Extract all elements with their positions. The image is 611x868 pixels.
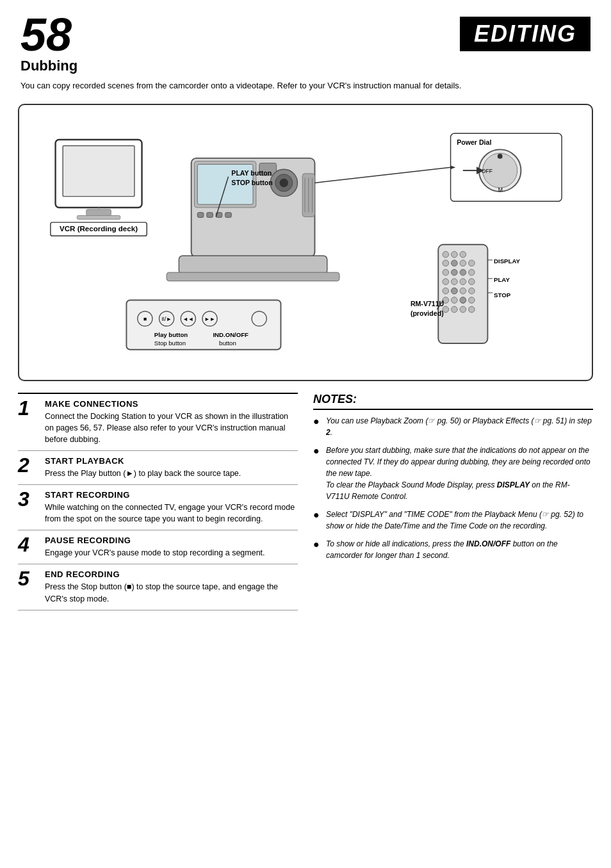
svg-rect-14: [197, 212, 204, 217]
note-item-1: ● You can use Playback Zoom (☞ pg. 50) o…: [313, 415, 593, 438]
step-number-4: 4: [18, 534, 38, 555]
step-item-3: 3 START RECORDING While watching on the …: [18, 485, 298, 530]
step-content-2: START PLAYBACK Press the Play button (►)…: [45, 456, 241, 479]
svg-rect-1: [63, 145, 134, 196]
step-content-3: START RECORDING While watching on the co…: [45, 490, 298, 525]
step-number-1: 1: [18, 398, 38, 418]
intro-text: You can copy recorded scenes from the ca…: [0, 79, 611, 92]
svg-point-43: [469, 269, 475, 275]
svg-point-40: [443, 269, 449, 275]
section-title: Dubbing: [0, 58, 611, 74]
svg-point-38: [460, 259, 466, 266]
svg-point-49: [452, 288, 458, 294]
svg-marker-87: [451, 165, 456, 169]
step-item-4: 4 PAUSE RECORDING Engage your VCR's paus…: [18, 530, 298, 564]
svg-point-37: [452, 259, 458, 266]
svg-point-28: [498, 154, 503, 159]
note-text-3: Select "DISPLAY" and "TIME CODE" from th…: [326, 509, 593, 532]
step-heading-5: END RECORDING: [45, 569, 298, 579]
svg-point-46: [460, 278, 466, 284]
svg-rect-3: [77, 215, 120, 219]
page-number: 58: [20, 12, 72, 58]
svg-text:STOP: STOP: [494, 291, 511, 298]
step-content-5: END RECORDING Press the Stop button (■) …: [45, 569, 298, 604]
svg-text:STOP button: STOP button: [231, 179, 272, 186]
svg-text:VCR (Recording deck): VCR (Recording deck): [60, 224, 138, 232]
step-heading-3: START RECORDING: [45, 490, 298, 500]
step-content-4: PAUSE RECORDING Engage your VCR's pause …: [45, 536, 265, 559]
diagram-box: VCR (Recording deck) Power Dial: [18, 104, 593, 381]
svg-point-58: [460, 306, 466, 313]
step-item-2: 2 START PLAYBACK Press the Play button (…: [18, 451, 298, 485]
svg-text:M: M: [498, 186, 503, 192]
step-text-4: Engage your VCR's pause mode to stop rec…: [45, 547, 265, 559]
svg-point-48: [443, 288, 449, 294]
step-number-2: 2: [18, 455, 38, 475]
svg-text:Stop button: Stop button: [154, 339, 186, 346]
step-number-3: 3: [18, 489, 38, 509]
svg-rect-2: [86, 209, 111, 215]
notes-column: NOTES: ● You can use Playback Zoom (☞ pg…: [313, 393, 593, 610]
svg-text:DISPLAY: DISPLAY: [494, 257, 520, 264]
diagram-svg: VCR (Recording deck) Power Dial: [31, 117, 580, 366]
step-item-1: 1 MAKE CONNECTIONS Connect the Docking S…: [18, 394, 298, 451]
step-text-3: While watching on the connected TV, enga…: [45, 502, 298, 525]
note-item-2: ● Before you start dubbing, make sure th…: [313, 445, 593, 502]
svg-point-47: [469, 278, 475, 284]
svg-point-41: [452, 269, 458, 275]
editing-badge: EDITING: [460, 17, 591, 51]
svg-point-35: [460, 251, 466, 258]
note-bullet-2: ●: [313, 445, 322, 458]
note-item-4: ● To show or hide all indications, press…: [313, 538, 593, 561]
svg-rect-17: [225, 212, 232, 217]
step-text-1: Connect the Docking Station to your VCR …: [45, 411, 298, 445]
svg-point-36: [443, 259, 449, 266]
svg-line-86: [314, 167, 450, 183]
note-item-3: ● Select "DISPLAY" and "TIME CODE" from …: [313, 509, 593, 532]
note-bullet-1: ●: [313, 415, 322, 429]
svg-text:Play button: Play button: [154, 331, 188, 338]
svg-text:(provided): (provided): [411, 309, 444, 316]
svg-point-50: [460, 288, 466, 294]
svg-point-33: [443, 251, 449, 258]
svg-text:►►: ►►: [204, 316, 215, 322]
svg-point-44: [443, 278, 449, 284]
svg-point-57: [452, 306, 458, 313]
svg-text:II/►: II/►: [161, 316, 172, 322]
svg-point-34: [452, 251, 458, 258]
svg-text:PLAY button: PLAY button: [231, 168, 272, 176]
note-text-1: You can use Playback Zoom (☞ pg. 50) or …: [326, 415, 593, 438]
svg-point-54: [460, 297, 466, 303]
note-bullet-4: ●: [313, 538, 322, 552]
step-text-5: Press the Stop button (■) to stop the so…: [45, 581, 298, 604]
notes-heading: NOTES:: [313, 393, 593, 410]
note-text-4: To show or hide all indications, press t…: [326, 538, 593, 561]
note-bullet-3: ●: [313, 509, 322, 522]
content-area: 1 MAKE CONNECTIONS Connect the Docking S…: [0, 393, 611, 610]
step-content-1: MAKE CONNECTIONS Connect the Docking Sta…: [45, 399, 298, 445]
svg-text:button: button: [219, 339, 236, 346]
svg-text:IND.ON/OFF: IND.ON/OFF: [213, 331, 248, 338]
svg-text:Power Dial: Power Dial: [457, 138, 491, 145]
svg-text:◄◄: ◄◄: [183, 316, 193, 322]
svg-point-59: [469, 306, 475, 313]
svg-point-39: [469, 259, 475, 266]
step-heading-4: PAUSE RECORDING: [45, 536, 265, 545]
svg-point-45: [452, 278, 458, 284]
svg-point-53: [452, 297, 458, 303]
step-text-2: Press the Play button (►) to play back t…: [45, 468, 241, 479]
step-number-5: 5: [18, 568, 38, 589]
svg-rect-23: [167, 272, 339, 281]
step-heading-1: MAKE CONNECTIONS: [45, 399, 298, 409]
svg-text:■: ■: [143, 316, 147, 322]
svg-point-13: [280, 178, 288, 186]
page-header: 58 EDITING: [0, 0, 611, 58]
note-text-2: Before you start dubbing, make sure that…: [326, 445, 593, 502]
step-item-5: 5 END RECORDING Press the Stop button (■…: [18, 564, 298, 610]
svg-rect-22: [179, 256, 327, 274]
svg-point-51: [469, 288, 475, 294]
steps-column: 1 MAKE CONNECTIONS Connect the Docking S…: [18, 393, 298, 610]
svg-point-42: [460, 269, 466, 275]
svg-text:PLAY: PLAY: [494, 275, 510, 283]
svg-text:OFF: OFF: [482, 167, 493, 174]
